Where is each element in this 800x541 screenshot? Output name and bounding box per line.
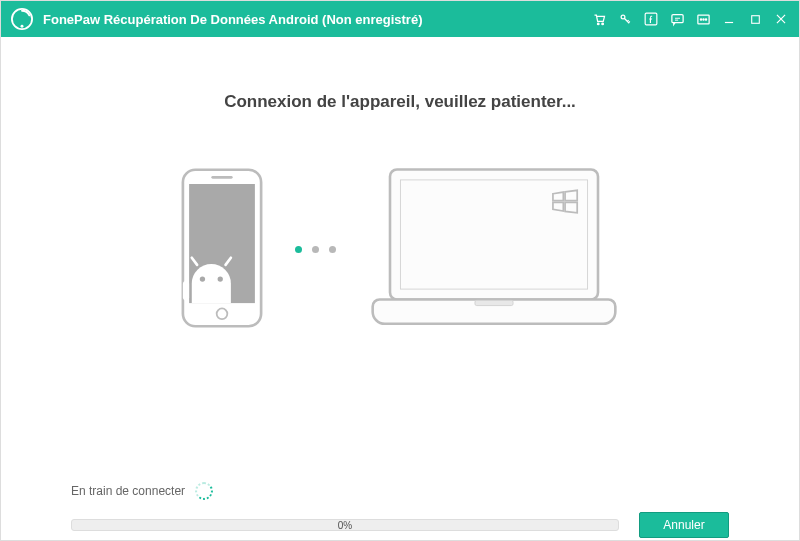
- dot-2: [312, 246, 319, 253]
- window-title: FonePaw Récupération De Données Android …: [43, 12, 591, 27]
- progress-bar: 0%: [71, 519, 619, 531]
- android-phone-icon: [177, 168, 267, 332]
- titlebar-actions: [591, 11, 789, 27]
- svg-point-3: [601, 23, 603, 25]
- minimize-icon[interactable]: [721, 11, 737, 27]
- close-icon[interactable]: [773, 11, 789, 27]
- key-icon[interactable]: [617, 11, 633, 27]
- laptop-icon: [364, 160, 624, 339]
- dot-3: [329, 246, 336, 253]
- svg-rect-21: [182, 280, 188, 300]
- cancel-button[interactable]: Annuler: [639, 512, 729, 538]
- svg-rect-15: [211, 176, 232, 179]
- svg-rect-12: [751, 15, 759, 23]
- svg-point-8: [700, 18, 701, 19]
- connection-dots: [295, 246, 336, 253]
- feedback-icon[interactable]: [669, 11, 685, 27]
- svg-point-9: [702, 18, 703, 19]
- app-logo-icon: [11, 8, 33, 30]
- device-illustration: [71, 160, 729, 339]
- svg-rect-22: [390, 170, 598, 300]
- cart-icon[interactable]: [591, 11, 607, 27]
- status-label: En train de connecter: [71, 484, 185, 498]
- svg-point-18: [217, 276, 222, 281]
- facebook-icon[interactable]: [643, 11, 659, 27]
- svg-point-10: [705, 18, 706, 19]
- svg-rect-24: [474, 300, 512, 305]
- maximize-icon[interactable]: [747, 11, 763, 27]
- svg-point-16: [216, 308, 227, 319]
- spinner-icon: [195, 482, 213, 500]
- status-row: En train de connecter: [71, 482, 729, 500]
- menu-icon[interactable]: [695, 11, 711, 27]
- progress-text: 0%: [338, 520, 352, 531]
- dot-1: [295, 246, 302, 253]
- svg-point-17: [199, 276, 204, 281]
- titlebar: FonePaw Récupération De Données Android …: [1, 1, 799, 37]
- svg-point-2: [597, 23, 599, 25]
- progress-row: 0% Annuler: [71, 512, 729, 538]
- main-content: Connexion de l'appareil, veuillez patien…: [1, 92, 799, 541]
- page-heading: Connexion de l'appareil, veuillez patien…: [71, 92, 729, 112]
- svg-point-1: [21, 25, 24, 28]
